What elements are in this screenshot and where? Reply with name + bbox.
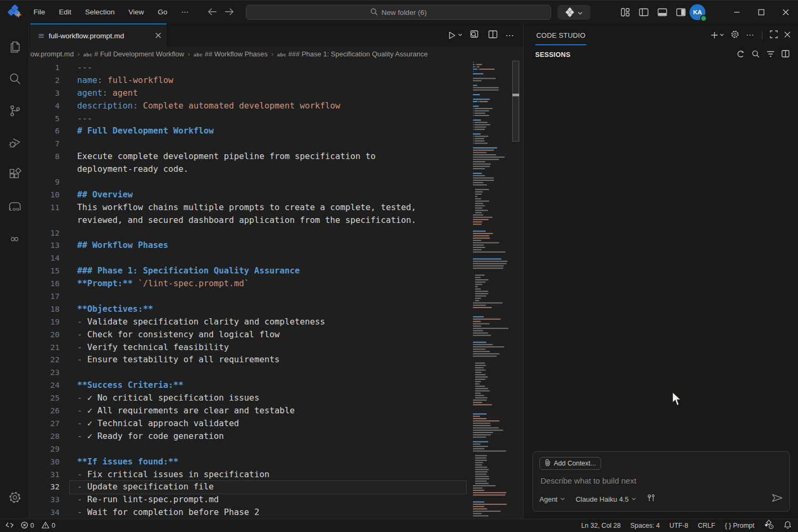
- search-sessions-icon[interactable]: [752, 50, 760, 60]
- code-row[interactable]: 34- Wait for completion before Phase 2: [29, 506, 523, 519]
- code-row[interactable]: 8Execute complete development pipeline f…: [29, 150, 523, 163]
- code-row[interactable]: 16**Prompt:** `/lint-spec.prompt.md`: [29, 277, 523, 290]
- menu-view[interactable]: View: [122, 1, 151, 24]
- breadcrumb-item[interactable]: abc ### Phase 1: Specification Quality A…: [277, 50, 428, 58]
- code-row[interactable]: 12: [29, 227, 523, 239]
- toggle-panel-icon[interactable]: [656, 6, 668, 18]
- code-row[interactable]: 33- Re-run lint-spec.prompt.md: [29, 493, 523, 506]
- code-row[interactable]: deployment-ready code.: [29, 163, 523, 176]
- refresh-sessions-icon[interactable]: [737, 50, 745, 60]
- breadcrumb-item[interactable]: ow.prompt.md: [30, 50, 74, 58]
- code-row[interactable]: 10## Overview: [29, 188, 523, 201]
- code-row[interactable]: 4description: Complete automated develop…: [29, 99, 523, 112]
- code-row[interactable]: 6# Full Development Workflow: [29, 124, 523, 137]
- code-row[interactable]: 23: [29, 366, 523, 379]
- tools-icon[interactable]: [647, 494, 655, 504]
- app-menu-button[interactable]: [558, 5, 591, 20]
- mode-selector[interactable]: Agent: [539, 495, 565, 503]
- code-row[interactable]: 15### Phase 1: Specification Quality Ass…: [29, 264, 523, 277]
- menu-selection[interactable]: Selection: [78, 1, 122, 24]
- code-row[interactable]: 2name: full-workflow: [29, 74, 523, 87]
- search-box[interactable]: New folder (6): [246, 5, 551, 20]
- minimap[interactable]: [470, 60, 512, 519]
- menu-edit[interactable]: Edit: [52, 1, 78, 24]
- code-row[interactable]: 14: [29, 252, 523, 264]
- split-panel-icon[interactable]: [782, 50, 789, 60]
- extensions-icon[interactable]: [0, 161, 29, 188]
- open-preview-icon[interactable]: [470, 30, 480, 41]
- code-row[interactable]: 18**Objectives:**: [29, 303, 523, 315]
- close-tab-icon[interactable]: [155, 32, 161, 40]
- tab-full-workflow[interactable]: ≡ full-workflow.prompt.md: [30, 23, 167, 47]
- run-and-debug-icon[interactable]: [0, 129, 29, 156]
- code-row[interactable]: 22- Ensure testability of all requiremen…: [29, 353, 523, 366]
- chat-box[interactable]: Add Context... Describe what to build ne…: [533, 451, 790, 512]
- code-row[interactable]: 3agent: agent: [29, 87, 523, 99]
- editor-scrollbar[interactable]: [512, 60, 520, 519]
- code-row[interactable]: 9: [29, 176, 523, 188]
- code-row[interactable]: 30**If issues found:**: [29, 455, 523, 468]
- customize-layout-icon[interactable]: [619, 6, 631, 18]
- status-cursor-position[interactable]: Ln 32, Col 28: [581, 522, 620, 529]
- close-panel-icon[interactable]: [784, 30, 791, 40]
- code-row[interactable]: 20- Check for consistency and logical fl…: [29, 328, 523, 341]
- explorer-icon[interactable]: [0, 33, 29, 61]
- code-row[interactable]: 27- ✓ Technical approach validated: [29, 417, 523, 430]
- chat-input[interactable]: Describe what to build next: [541, 476, 636, 485]
- back-icon[interactable]: [207, 7, 217, 18]
- add-context-button[interactable]: Add Context...: [539, 457, 601, 470]
- code-row[interactable]: 26- ✓ All requirements are clear and tes…: [29, 404, 523, 417]
- account-avatar[interactable]: KA: [689, 4, 705, 20]
- code-row[interactable]: 32- Update specification file: [29, 480, 523, 493]
- filter-sessions-icon[interactable]: [767, 50, 775, 60]
- code-row[interactable]: 19- Validate specification clarity and c…: [29, 315, 523, 328]
- code-editor[interactable]: 1---2name: full-workflow3agent: agent4de…: [29, 61, 523, 519]
- scrollbar-thumb[interactable]: [512, 61, 519, 142]
- settings-gear-icon[interactable]: [0, 484, 29, 511]
- code-row[interactable]: 31- Fix critical issues in specification: [29, 468, 523, 481]
- code-row[interactable]: 24**Success Criteria:**: [29, 379, 523, 392]
- breadcrumb-item[interactable]: abc # Full Development Workflow: [84, 50, 184, 58]
- menu-file[interactable]: File: [27, 1, 52, 24]
- search-sidebar-icon[interactable]: [0, 65, 29, 93]
- output-log-icon[interactable]: LOG: [0, 193, 29, 220]
- maximize-button[interactable]: [749, 1, 774, 24]
- remote-indicator[interactable]: [5, 521, 14, 530]
- code-row[interactable]: 1---: [29, 61, 523, 74]
- close-window-button[interactable]: [774, 1, 798, 24]
- code-row[interactable]: 13## Workflow Phases: [29, 239, 523, 252]
- problems-indicator[interactable]: 0 0: [21, 521, 55, 530]
- status-language-mode[interactable]: { } Prompt: [725, 522, 754, 529]
- status-indentation[interactable]: Spaces: 4: [630, 522, 660, 529]
- breadcrumb-item[interactable]: abc ## Workflow Phases: [194, 50, 268, 58]
- forward-icon[interactable]: [225, 7, 234, 18]
- code-row[interactable]: 29: [29, 443, 523, 455]
- menu-more[interactable]: ⋯: [174, 1, 196, 24]
- notifications-bell-icon[interactable]: [784, 521, 792, 530]
- send-button[interactable]: [771, 493, 783, 505]
- code-row[interactable]: reviewed, and secured dashboard applicat…: [29, 214, 523, 227]
- code-row[interactable]: 7: [29, 137, 523, 150]
- model-selector[interactable]: Claude Haiku 4.5: [576, 495, 636, 503]
- toggle-secondary-sidebar-icon[interactable]: [675, 6, 687, 18]
- code-row[interactable]: 21- Verify technical feasibility: [29, 341, 523, 354]
- code-row[interactable]: 11This workflow chains multiple prompts …: [29, 201, 523, 214]
- minimize-button[interactable]: [725, 1, 749, 24]
- status-encoding[interactable]: UTF-8: [669, 522, 688, 529]
- menu-go[interactable]: Go: [151, 1, 174, 24]
- source-control-icon[interactable]: [0, 97, 29, 124]
- workflows-infinity-icon[interactable]: ∞: [0, 225, 29, 252]
- code-row[interactable]: 17: [29, 290, 523, 303]
- panel-settings-gear-icon[interactable]: [730, 30, 739, 41]
- codestudio-status-icon[interactable]: [764, 520, 774, 531]
- maximize-panel-icon[interactable]: [770, 30, 778, 40]
- new-session-button[interactable]: [711, 31, 724, 39]
- more-actions-icon[interactable]: ⋯: [505, 30, 514, 40]
- code-row[interactable]: 25- ✓ No critical specification issues: [29, 392, 523, 404]
- split-editor-icon[interactable]: [488, 30, 497, 40]
- code-row[interactable]: 5---: [29, 112, 523, 125]
- status-eol[interactable]: CRLF: [698, 522, 716, 529]
- code-row[interactable]: 28- ✓ Ready for code generation: [29, 430, 523, 443]
- panel-more-actions-icon[interactable]: ⋯: [746, 30, 754, 40]
- run-prompt-button[interactable]: [448, 31, 462, 39]
